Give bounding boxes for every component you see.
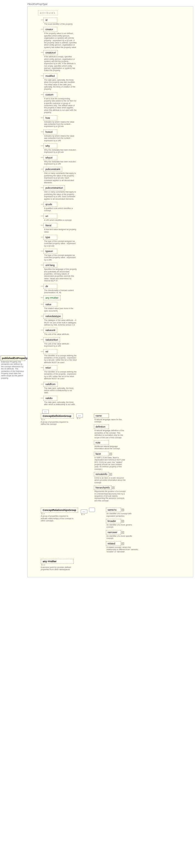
expand-icon[interactable]: + (112, 487, 114, 489)
cardinality: 0..∞ (41, 418, 74, 421)
sequence-icon (76, 413, 83, 417)
attr-box: howuri (43, 129, 57, 134)
attr-desc: The unit of the value attribute - expres… (44, 343, 77, 347)
attr-desc: The datatype of the value attribute – it… (44, 319, 77, 326)
expand-icon[interactable]: + (122, 542, 124, 545)
attr-rel: relThe identifier of a concept defining … (43, 349, 191, 364)
groups-container: ConceptDefinitionGroup0..∞A group of pro… (41, 413, 191, 571)
attr-whyuri: whyuriWhy the metadata has been included… (43, 155, 191, 165)
expand-icon[interactable]: + (122, 520, 124, 522)
attr-box: validto (43, 396, 57, 401)
child-box: remoteInfo (94, 472, 109, 476)
attr-modified: modifiedThe date (and, optionally, the t… (43, 73, 191, 91)
attr-box: qcode (43, 202, 57, 207)
root-desc: Extension Property; the semantics are de… (1, 360, 25, 380)
group-0: ConceptDefinitionGroup0..∞A group of pro… (41, 413, 191, 504)
child-broader: broader+An identifier of a more generic … (106, 519, 139, 528)
child-desc: An identifier of a concept with equivale… (107, 513, 139, 517)
attr-value: valueThe related value (see more in the … (43, 302, 191, 312)
attributes-header: attributes (38, 10, 57, 16)
group-desc: A group of properites required to indica… (41, 515, 74, 522)
child-facet: facet+In NAR 1.8 and later, facet is dep… (94, 452, 127, 470)
attr-why: whyWhy the metadata has been included - … (43, 144, 191, 154)
attr-desc: One or many constraints that apply to pu… (44, 191, 77, 200)
group-box: ConceptRelationshipsGroup (41, 508, 78, 513)
attr-typeuri: typeuriThe type of the concept assigned … (43, 249, 191, 261)
attr-box: valueunituri (43, 337, 60, 342)
attr-type: typeThe type of the concept assigned as … (43, 235, 191, 247)
sequence-icon (42, 410, 49, 413)
attr-box: pubconstraint (43, 167, 62, 172)
attr-creator: creatorIf the property value is not defi… (43, 27, 191, 49)
child-hierarchyInfo: hierarchyInfo+Represents the position of… (94, 486, 127, 502)
attr-box: custom (43, 92, 57, 97)
child-desc: A link to an item or a web resource whic… (94, 477, 127, 484)
attr-desc: The type of the concept assigned as cont… (44, 254, 77, 261)
attr-box: modified (43, 73, 57, 79)
child-definition: definitionA natural language definition … (94, 425, 127, 439)
attr-box: any ##other (43, 296, 61, 300)
expand-icon[interactable]: + (110, 473, 112, 475)
attr-desc: The unit of the value attribute. (44, 333, 77, 335)
child-desc: A natural language definition of the sem… (94, 430, 127, 439)
attr-valueunituri: valueunituriThe unit of the value attrib… (43, 337, 191, 347)
attr-box: id (43, 18, 57, 23)
attr-box: creator (43, 27, 57, 32)
child-box: broader (106, 519, 121, 523)
attr-box: pubconstrainturi (43, 185, 65, 190)
expand-icon[interactable]: + (110, 453, 112, 455)
cardinality: 0..∞ (41, 564, 74, 566)
attr-id: idThe local identifier of the property. (43, 18, 191, 25)
diagram-container: publishedExtProperty Extension Property;… (27, 6, 193, 577)
attr-desc: The directionality of textual content (e… (44, 289, 77, 294)
child-box: hierarchyInfo (94, 486, 111, 490)
expand-icon[interactable]: + (122, 531, 124, 534)
attr-reluri: reluriThe identifier of a concept defini… (43, 365, 191, 380)
attr-desc: Indicates by which means the value was e… (44, 121, 77, 128)
group-box: any ##other (41, 559, 74, 564)
attr-box: rel (43, 349, 57, 354)
attr-box: uri (43, 214, 57, 219)
child-box: name (94, 413, 109, 418)
attr-desc: The date (and, optionally, the time) bef… (44, 387, 77, 394)
group-1: ConceptRelationshipsGroup0..∞A group of … (41, 508, 191, 555)
attr-box: why (43, 144, 57, 148)
attr-desc: Why the metadata has been included - exp… (44, 149, 77, 154)
attr-desc: One or many constraints that apply to pu… (44, 172, 77, 184)
expand-icon[interactable]: + (122, 509, 124, 511)
attr-box: literal (43, 223, 57, 228)
attr-creatoruri: creatoruriIf the attribute is empty, spe… (43, 50, 191, 72)
attr-desc: The date (and, optionally, the time) whe… (44, 79, 77, 91)
attr-desc: The type of the concept assigned as cont… (44, 240, 77, 247)
attr-desc: If the property value is not defined, sp… (44, 32, 77, 49)
child-remoteInfo: remoteInfo+A link to an item or a web re… (94, 472, 127, 484)
attr-desc: Specifies the language of this property … (44, 268, 77, 282)
attr-box: typeuri (43, 249, 57, 254)
choice-icon (89, 508, 95, 512)
attr-validto: validtoThe date (and, optionally, the ti… (43, 396, 191, 406)
attr-desc: The local identifier of the property. (44, 23, 77, 25)
attr-box: dir (43, 284, 57, 289)
group-box: ConceptDefinitionGroup (41, 413, 74, 418)
attr-pubconstraint: pubconstraintOne or many constraints tha… (43, 167, 191, 184)
root-element: publishedExtProperty (1, 355, 25, 361)
child-box: note (94, 440, 109, 445)
child-box: narrower (106, 530, 121, 534)
attr-desc: The date (and, optionally, the time) aft… (44, 401, 77, 406)
attributes-list: idThe local identifier of the property.c… (43, 18, 191, 406)
attr-valueunit: valueunitThe unit of the value attribute… (43, 328, 191, 335)
attr-box: creatoruri (43, 50, 58, 55)
attr-desc: Why the metadata has been included - exp… (44, 161, 77, 165)
group-desc: Extension point for provider-defined pro… (41, 566, 74, 571)
child-desc: Represents the position of a concept in … (94, 490, 127, 502)
attr-valuedatatype: valuedatatypeThe datatype of the value a… (43, 314, 191, 326)
attr-box: whyuri (43, 155, 57, 160)
child-box: related (106, 541, 121, 546)
attr-anyother: any ##other (43, 296, 191, 300)
child-note: noteAdditional natural language informat… (94, 440, 127, 450)
attr-box: xml:lang (43, 263, 57, 268)
attr-desc: Indicates by which means the value was e… (44, 135, 77, 142)
attr-box: validfrom (43, 382, 57, 387)
cardinality: 0..∞ (41, 513, 78, 515)
child-desc: A related concept, where the relationshi… (107, 546, 139, 553)
